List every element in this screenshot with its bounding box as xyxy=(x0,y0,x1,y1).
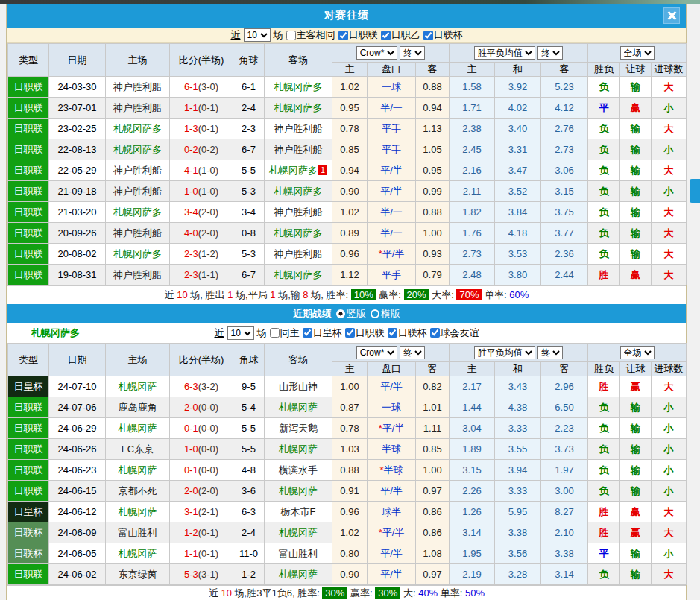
checkbox-input[interactable] xyxy=(430,328,440,338)
fulltime-score: 2-3 xyxy=(184,269,198,280)
cell-odds-home: 0.96 xyxy=(332,502,368,522)
away-team: 神户胜利船 xyxy=(274,206,323,218)
handicap-line: 平/半 xyxy=(382,527,405,538)
sub-header-goals: 进球数 xyxy=(652,362,687,376)
filter-checkbox[interactable]: 日联杯 xyxy=(388,326,427,340)
recent-summary: 近 10 场,胜3平1负6, 胜率: 30% 赢率: 30% 大: 40% 单率… xyxy=(7,585,686,600)
cell-euro-draw: 3.38 xyxy=(495,522,541,543)
goals-result-label: 大 xyxy=(664,206,674,218)
cell-corner: 2-3 xyxy=(233,119,265,139)
filter-checkbox[interactable]: 日职联 xyxy=(345,326,385,340)
cell-euro-away: 2.10 xyxy=(541,522,588,543)
filter-checkbox[interactable]: 同主 xyxy=(270,326,300,340)
cell-euro-home: 1.95 xyxy=(450,543,495,564)
side-tab[interactable] xyxy=(690,179,700,203)
cell-home: 富山胜利 xyxy=(106,522,170,543)
cell-handicap: 赢 xyxy=(620,522,652,543)
radio-input[interactable] xyxy=(371,309,379,318)
checkbox-input[interactable] xyxy=(286,31,296,40)
cell-away: 札幌冈萨 xyxy=(265,522,332,543)
filter-checkbox[interactable]: 球会友谊 xyxy=(430,326,479,340)
close-button[interactable] xyxy=(663,7,680,24)
filter-checkbox[interactable]: 日职联 xyxy=(338,28,378,42)
cell-euro-draw: 3.94 xyxy=(495,460,541,481)
cell-away: 札幌冈萨多 xyxy=(265,223,332,244)
cell-euro-home: 2.16 xyxy=(450,160,495,181)
europe-odds-select[interactable]: 胜平负均值 xyxy=(474,46,535,60)
handicap-line: 一球 xyxy=(382,81,401,92)
odds-company-select[interactable]: Crow* xyxy=(356,346,397,359)
handicap-line: 平/半 xyxy=(380,548,403,559)
odds-state-select[interactable]: 终 xyxy=(400,346,425,359)
cell-home: 札幌冈萨 xyxy=(106,543,170,564)
checkbox-input[interactable] xyxy=(303,328,312,338)
cell-score: 4-0(2-0) xyxy=(170,223,233,244)
checkbox-input[interactable] xyxy=(381,31,391,40)
result-label: 负 xyxy=(599,464,609,476)
games-count-select[interactable]: 10 xyxy=(227,326,254,340)
cell-euro-away: 6.50 xyxy=(541,397,588,418)
checkbox-input[interactable] xyxy=(388,328,397,338)
cell-home: 札幌冈萨多 xyxy=(106,139,170,160)
result-label: 负 xyxy=(599,81,609,92)
fulltime-score: 1-1 xyxy=(184,102,198,113)
home-team: 札幌冈萨 xyxy=(119,464,157,476)
away-team: 横滨水手 xyxy=(279,464,318,476)
games-count-select[interactable]: 10 xyxy=(244,28,271,42)
cell-result: 胜 xyxy=(588,265,620,285)
cell-result: 负 xyxy=(588,223,620,244)
handicap-line: 平手 xyxy=(382,144,401,155)
scope-select[interactable]: 全场 xyxy=(620,346,655,359)
view-mode-radio[interactable]: 竖版 xyxy=(336,307,366,320)
cell-euro-away: 4.12 xyxy=(541,98,588,119)
near-label: 近 xyxy=(215,326,224,340)
cell-type: 日联杯 xyxy=(8,543,49,564)
europe-odds-select[interactable]: 胜平负均值 xyxy=(474,346,535,359)
scope-select[interactable]: 全场 xyxy=(620,46,655,60)
cell-result: 负 xyxy=(588,119,620,139)
cell-handicap: 输 xyxy=(620,181,652,202)
cell-odds-away: 0.86 xyxy=(416,502,450,522)
handicap-result-label: 输 xyxy=(631,443,640,455)
cell-home: 神户胜利船 xyxy=(106,181,170,202)
fulltime-score: 5-3 xyxy=(184,569,198,580)
view-mode-radio[interactable]: 横版 xyxy=(371,307,400,320)
checkbox-input[interactable] xyxy=(270,328,280,338)
handicap-result-label: 输 xyxy=(631,464,640,476)
cell-handicap: 输 xyxy=(620,439,652,460)
league-label: 日皇杯 xyxy=(14,506,43,517)
handicap-line: 半/一 xyxy=(380,227,403,239)
filter-checkbox[interactable]: 日皇杯 xyxy=(303,326,342,340)
cell-odds-away: 0.79 xyxy=(416,265,450,285)
checkbox-input[interactable] xyxy=(338,31,348,40)
cell-home: 札幌冈萨多 xyxy=(106,244,170,265)
table-row: 日联杯 24-06-05 札幌冈萨 1-1(0-1) 11-0 富山胜利 0.8… xyxy=(8,543,687,564)
checkbox-input[interactable] xyxy=(423,31,433,40)
europe-state-select[interactable]: 终 xyxy=(537,346,563,359)
cell-odds-home: 0.94 xyxy=(332,160,368,181)
cell-corner: 5-5 xyxy=(233,439,265,460)
odds-state-select[interactable]: 终 xyxy=(400,46,425,60)
filter-checkbox[interactable]: 日职乙 xyxy=(381,28,420,42)
handicap-line: 球半 xyxy=(382,506,401,517)
radio-input[interactable] xyxy=(336,309,345,318)
filter-checkbox[interactable]: 主客相同 xyxy=(286,28,335,42)
cell-odds-home: 0.78 xyxy=(332,418,368,439)
odds-company-select[interactable]: Crow* xyxy=(356,46,397,60)
result-label: 胜 xyxy=(599,527,609,538)
cell-away: 栃木市F xyxy=(265,502,332,522)
table-row: 日职联 23-07-01 神户胜利船 1-1(0-1) 2-4 札幌冈萨多 0.… xyxy=(8,98,687,119)
recent-results-bar: 近期战绩 竖版 横版 xyxy=(7,304,686,323)
summary-segment: 场,平局 xyxy=(236,289,270,300)
result-label: 平 xyxy=(599,548,609,559)
goals-result-label: 大 xyxy=(664,165,674,176)
cell-odds-home: 0.78 xyxy=(332,119,368,139)
checkbox-input[interactable] xyxy=(345,328,355,338)
filter-checkbox[interactable]: 日联杯 xyxy=(423,28,463,42)
handicap-result-label: 赢 xyxy=(631,506,640,517)
sub-header-handicap: 让球 xyxy=(620,63,652,77)
europe-state-select[interactable]: 终 xyxy=(537,46,563,60)
cell-home: 札幌冈萨 xyxy=(106,502,170,522)
league-label: 日职联 xyxy=(14,269,43,280)
cell-handicap: 输 xyxy=(620,481,652,502)
